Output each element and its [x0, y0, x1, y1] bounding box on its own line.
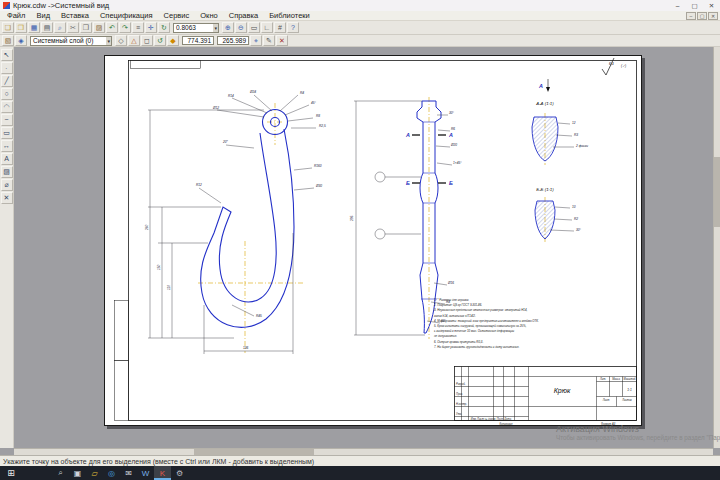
- mail-button[interactable]: ✉: [120, 466, 137, 480]
- preview-button[interactable]: ⌕: [54, 22, 66, 33]
- word-button[interactable]: W: [137, 466, 154, 480]
- abort-button[interactable]: ✕: [276, 35, 288, 46]
- tech-note-line: с выдержкой в течение 10 мин. Остаточные…: [434, 329, 515, 333]
- tech-note-line: не допускаются.: [434, 334, 457, 338]
- ortho-button[interactable]: ∟: [261, 22, 273, 33]
- help-button[interactable]: ?: [287, 22, 299, 33]
- layers-button[interactable]: ▧: [2, 35, 14, 46]
- layer-combo[interactable]: Системный слой (0) ▾: [30, 36, 112, 46]
- spline-button[interactable]: ~: [1, 114, 13, 126]
- start-button[interactable]: ⊞: [0, 468, 22, 478]
- tech-note-line: 5. Крюк испытать нагрузкой, превышающей …: [434, 324, 526, 328]
- arc-button[interactable]: ◠: [1, 101, 13, 113]
- active-style-button[interactable]: ◆: [167, 35, 179, 46]
- roughness-note: (✓): [621, 64, 626, 68]
- zoom-all-button[interactable]: ▭: [248, 22, 260, 33]
- menu-item-2[interactable]: Вставка: [56, 11, 94, 20]
- vertical-scrollbar-thumb[interactable]: [714, 157, 720, 227]
- circle-button[interactable]: ○: [1, 88, 13, 100]
- rotate-button[interactable]: ↺: [154, 35, 166, 46]
- drawing-sheet[interactable]: 6,3 (✓): [104, 55, 642, 426]
- angle-snap-button[interactable]: △: [128, 35, 140, 46]
- menu-item-5[interactable]: Окно: [195, 11, 222, 20]
- rectangle-button[interactable]: ▭: [1, 127, 13, 139]
- save-button[interactable]: ▦: [28, 22, 40, 33]
- locate-button[interactable]: ⌖: [250, 35, 262, 46]
- maximize-button[interactable]: ▢: [686, 0, 703, 11]
- current-state-toolbar: ▧◈ Системный слой (0) ▾ ◇△◻↺◆ 774.391 26…: [0, 35, 720, 47]
- menu-item-7[interactable]: Библиотеки: [264, 11, 315, 20]
- close-button[interactable]: ✕: [703, 0, 720, 11]
- erase-button[interactable]: ✕: [1, 192, 13, 204]
- dimension-button[interactable]: ↔: [1, 140, 13, 152]
- menu-item-3[interactable]: Спецификация: [95, 11, 158, 20]
- task-view-button[interactable]: ▣: [69, 466, 86, 480]
- minimize-button[interactable]: ‒: [669, 0, 686, 11]
- kompas-button[interactable]: K: [154, 466, 171, 480]
- new-button[interactable]: ❏: [2, 22, 14, 33]
- geometry-toolbar: ↖∙╱○◠~▭↔A▨⌀✕: [0, 47, 14, 448]
- undo-button[interactable]: ↶: [106, 22, 118, 33]
- browser-button[interactable]: ◎: [103, 466, 120, 480]
- refresh-button[interactable]: ↻: [158, 22, 170, 33]
- mdi-close-button[interactable]: ✕: [708, 12, 718, 20]
- coord-x-field[interactable]: 774.391: [182, 36, 214, 45]
- scale-value: 1:1: [627, 388, 632, 392]
- rect-mode-button[interactable]: ◻: [141, 35, 153, 46]
- explorer-button[interactable]: ▱: [86, 466, 103, 480]
- titleblock-row: Н.контр.: [456, 402, 467, 406]
- diameter-dim-button[interactable]: ⌀: [1, 179, 13, 191]
- menu-item-6[interactable]: Справка: [224, 11, 263, 20]
- taskbar-icons: ⌕▣▱◎✉WK⚙: [52, 466, 188, 480]
- coord-y-field[interactable]: 265.989: [217, 36, 249, 45]
- drawing-canvas[interactable]: 6,3 (✓): [14, 47, 713, 448]
- open-button[interactable]: ❐: [15, 22, 27, 33]
- text-button[interactable]: A: [1, 153, 13, 165]
- snap-button[interactable]: ◇: [115, 35, 127, 46]
- dimension-label: 260: [145, 224, 149, 231]
- dimension-label: R12: [196, 183, 202, 187]
- paste-button[interactable]: ▨: [93, 22, 105, 33]
- mdi-minimize-button[interactable]: ‒: [686, 12, 696, 20]
- settings-button[interactable]: ⚙: [171, 466, 188, 480]
- menu-item-1[interactable]: Вид: [31, 11, 55, 20]
- vertical-scrollbar[interactable]: [713, 47, 720, 448]
- dimension-label: R2,5: [319, 124, 326, 128]
- print-button[interactable]: ▤: [41, 22, 53, 33]
- horizontal-scrollbar[interactable]: [14, 448, 713, 455]
- dimension-label: 10: [572, 205, 576, 209]
- search-button[interactable]: ⌕: [52, 466, 69, 480]
- pan-button[interactable]: ✛: [145, 22, 157, 33]
- zoom-out-button[interactable]: ⊖: [235, 22, 247, 33]
- dimension-label: Ø16: [447, 281, 454, 285]
- tech-note-line: 2. Покрытие: Ц9.хр ГОСТ 9.301-86.: [433, 303, 482, 307]
- dimension-label: 295: [350, 215, 354, 222]
- styles-button[interactable]: ◈: [15, 35, 27, 46]
- select-button[interactable]: ↖: [1, 49, 13, 61]
- dimension-label: 12: [572, 121, 576, 125]
- dimension-label: 20*: [222, 140, 229, 144]
- cut-button[interactable]: ✂: [67, 22, 79, 33]
- mdi-restore-button[interactable]: ▢: [697, 12, 707, 20]
- section-letter: А: [448, 132, 453, 138]
- titleblock-row: Разраб.: [456, 382, 466, 386]
- point-button[interactable]: ∙: [1, 62, 13, 74]
- copy-button[interactable]: ❒: [80, 22, 92, 33]
- hatch-button[interactable]: ▨: [1, 166, 13, 178]
- tech-note-line: 7. На бирке указывать грузоподъёмность и…: [434, 345, 519, 349]
- roughness-value: 6,3: [609, 62, 614, 66]
- zoom-in-button[interactable]: ⊕: [222, 22, 234, 33]
- grid-button[interactable]: #: [274, 22, 286, 33]
- dimension-label: Ø12: [212, 106, 219, 110]
- edit-button[interactable]: ✎: [263, 35, 275, 46]
- line-button[interactable]: ╱: [1, 75, 13, 87]
- properties-button[interactable]: ≡: [132, 22, 144, 33]
- menu-item-0[interactable]: Файл: [2, 11, 30, 20]
- chevron-down-icon[interactable]: ▾: [213, 24, 218, 32]
- app-window: Крюк.cdw ->Системный вид ‒ ▢ ✕ ФайлВидВс…: [0, 0, 720, 480]
- dimension-label: R8: [316, 114, 320, 118]
- zoom-combo[interactable]: 0.8063 ▾: [173, 23, 219, 33]
- redo-button[interactable]: ↷: [119, 22, 131, 33]
- chevron-down-icon[interactable]: ▾: [106, 37, 111, 45]
- menu-item-4[interactable]: Сервис: [159, 11, 195, 20]
